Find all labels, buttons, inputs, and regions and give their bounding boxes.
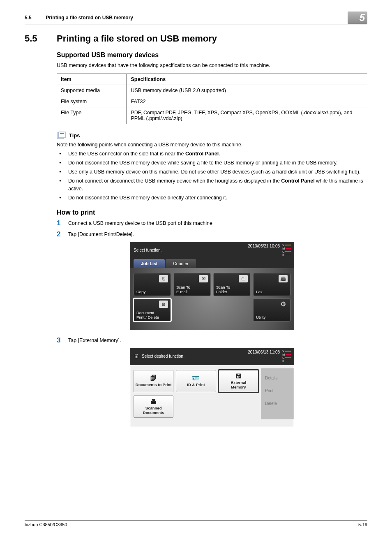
- tab-counter[interactable]: Counter: [166, 259, 196, 268]
- tips-intro: Note the following points when connectin…: [57, 141, 367, 149]
- screen-title: Select function.: [134, 248, 161, 252]
- section-heading: 5.5 Printing a file stored on USB memory: [25, 33, 367, 44]
- tile-copy[interactable]: ⎘ Copy: [134, 273, 171, 296]
- tab-job-list[interactable]: Job List: [134, 259, 165, 268]
- subhead-supported: Supported USB memory devices: [57, 51, 367, 59]
- spec-item: Supported media: [57, 85, 127, 96]
- subhead-howto: How to print: [57, 209, 367, 216]
- spec-header-item: Item: [57, 74, 127, 85]
- step-text: Tap [External Memory].: [68, 337, 121, 344]
- spec-item: File Type: [57, 107, 127, 124]
- tip-text-pre: Use the USB connector on the side that i…: [68, 151, 185, 157]
- tile-label: Scan To Folder: [216, 285, 248, 294]
- screen-header: Select function. 2013/05/21 10:03 Y M C …: [130, 242, 294, 259]
- step-text: Connect a USB memory device to the USB p…: [68, 220, 214, 227]
- screen-timestamp: 2013/06/13 11:08: [248, 350, 280, 354]
- step-3: 3 Tap [External Memory].: [57, 337, 367, 344]
- step-number: 2: [57, 231, 68, 238]
- device-screen-select-desired-function: 🗎 Select desired function. 2013/06/13 11…: [130, 348, 294, 427]
- side-buttons: Details Print Delete: [261, 368, 294, 419]
- table-row: File Type PDF, Compact PDF, JPEG, TIFF, …: [57, 107, 367, 124]
- tip-text-bold: Control Panel: [281, 178, 314, 184]
- list-item: Do not disconnect the USB memory device …: [57, 159, 367, 166]
- tile-scan-to-email[interactable]: ✉ Scan To E-mail: [173, 273, 211, 296]
- document-icon: 🗎: [134, 353, 139, 359]
- screen-title: Select desired function.: [142, 354, 184, 358]
- delete-button[interactable]: Delete: [261, 397, 294, 410]
- tip-text-pre: Do not connect or disconnect the USB mem…: [68, 178, 281, 184]
- tile-fax[interactable]: 📠 Fax: [253, 273, 291, 296]
- step-2: 2 Tap [Document Print/Delete].: [57, 231, 367, 238]
- footer-model: bizhub C3850/C3350: [25, 522, 67, 527]
- step-text: Tap [Document Print/Delete].: [68, 231, 134, 238]
- device-screen-select-function: Select function. 2013/05/21 10:03 Y M C …: [130, 242, 294, 330]
- list-item: Use the USB connector on the side that i…: [57, 150, 367, 157]
- toner-k: K: [282, 254, 284, 257]
- table-row: File system FAT32: [57, 96, 367, 107]
- toner-m: M: [282, 247, 285, 250]
- tile-label: Document Print / Delete: [136, 310, 168, 319]
- svg-rect-3: [60, 135, 64, 135]
- id-card-icon: 🪪: [192, 375, 200, 381]
- step-number: 1: [57, 220, 68, 227]
- tips-list: Use the USB connector on the side that i…: [57, 150, 367, 201]
- documents-icon: 🗐: [150, 375, 157, 381]
- tips-icon: [57, 132, 67, 140]
- tile-scanned-documents[interactable]: 🖶 Scanned Documents: [134, 395, 173, 418]
- usb-icon: 🖫: [235, 373, 242, 379]
- tile-id-and-print[interactable]: 🪪 ID & Print: [176, 370, 216, 392]
- header-section-number: 5.5: [25, 15, 44, 21]
- spec-value: FAT32: [127, 96, 367, 107]
- tile-label: External Memory: [231, 380, 247, 389]
- fax-icon: 📠: [279, 275, 288, 282]
- folder-icon: 🗀: [239, 275, 248, 282]
- details-button[interactable]: Details: [261, 372, 294, 384]
- print-button[interactable]: Print: [261, 384, 294, 397]
- toner-c: C: [282, 250, 284, 253]
- svg-rect-4: [60, 136, 64, 136]
- tip-text-bold: Control Panel: [185, 151, 219, 157]
- tip-text-pre: Use only a USB memory device on this mac…: [68, 169, 360, 175]
- tile-label: Fax: [256, 289, 288, 294]
- tile-label: Copy: [136, 289, 168, 294]
- page-footer: bizhub C3850/C3350 5-19: [25, 520, 367, 527]
- chapter-badge: 5: [348, 12, 367, 24]
- tip-text-pre: Do not disconnect the USB memory device …: [68, 160, 338, 166]
- tip-text-post: .: [219, 151, 220, 157]
- toner-m: M: [282, 353, 285, 356]
- toner-y: Y: [282, 244, 284, 247]
- email-icon: ✉: [199, 275, 208, 282]
- header-section-title: Printing a file stored on USB memory: [46, 15, 133, 21]
- section-title: Printing a file stored on USB memory: [57, 33, 217, 44]
- tile-label: ID & Print: [187, 382, 205, 387]
- screen-header: 🗎 Select desired function. 2013/06/13 11…: [130, 348, 294, 365]
- intro-paragraph: USB memory devices that have the followi…: [57, 62, 367, 69]
- tile-label: Scanned Documents: [143, 406, 164, 415]
- list-item: Do not disconnect the USB memory device …: [57, 194, 367, 201]
- gear-icon: ⚙: [279, 301, 288, 308]
- toner-indicator: Y M C K: [282, 244, 291, 257]
- toner-c: C: [282, 356, 284, 359]
- spec-header-spec: Specifications: [127, 74, 367, 85]
- footer-page: 5-19: [358, 522, 367, 527]
- toner-y: Y: [282, 350, 284, 353]
- list-item: Use only a USB memory device on this mac…: [57, 168, 367, 176]
- tile-label: Documents to Print: [136, 382, 172, 387]
- tile-scan-to-folder[interactable]: 🗀 Scan To Folder: [213, 273, 251, 296]
- table-row: Supported media USB memory device (USB 2…: [57, 85, 367, 96]
- printer-icon: 🖶: [150, 398, 157, 405]
- step-1: 1 Connect a USB memory device to the USB…: [57, 220, 367, 227]
- spec-item: File system: [57, 96, 127, 107]
- spec-value: USB memory device (USB 2.0 supported): [127, 85, 367, 96]
- spec-value: PDF, Compact PDF, JPEG, TIFF, XPS, Compa…: [127, 107, 367, 124]
- tile-utility[interactable]: ⚙ Utility: [253, 298, 291, 321]
- tile-label: Utility: [256, 315, 288, 319]
- copy-icon: ⎘: [159, 275, 168, 282]
- tile-external-memory[interactable]: 🖫 External Memory: [219, 370, 258, 392]
- tip-text-pre: Do not disconnect the USB memory device …: [68, 195, 227, 201]
- svg-rect-2: [60, 133, 64, 134]
- document-icon: 🗎: [159, 301, 168, 308]
- tips-label: Tips: [57, 132, 367, 140]
- tile-documents-to-print[interactable]: 🗐 Documents to Print: [134, 370, 173, 392]
- tile-document-print-delete[interactable]: 🗎 Document Print / Delete: [134, 298, 171, 321]
